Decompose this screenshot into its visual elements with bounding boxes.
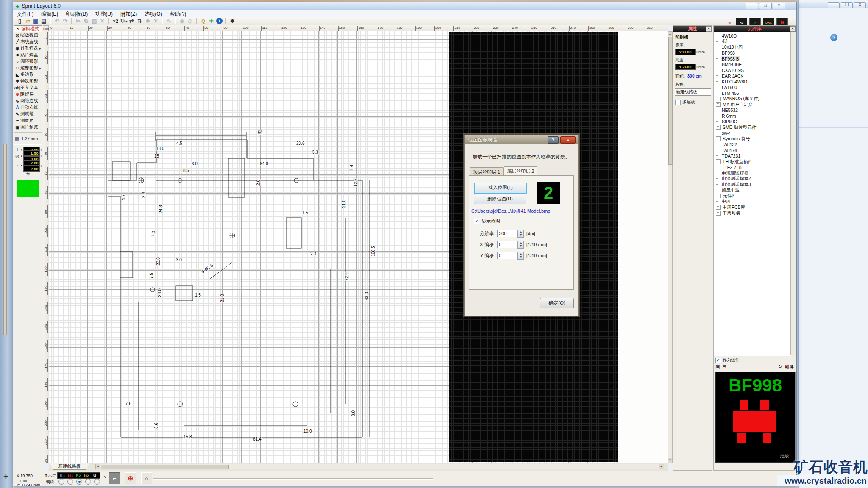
selftest-icon[interactable]: ✛	[207, 17, 215, 25]
as-component-checkbox[interactable]	[715, 358, 721, 363]
lock-icon[interactable]: ◈	[178, 17, 186, 25]
save-component-icon[interactable]: ▣	[715, 364, 720, 369]
test-connection-icon[interactable]: ∿	[165, 17, 173, 25]
tool-item[interactable]: ◉ 过孔焊盘	[13, 45, 43, 52]
footprint-icon[interactable]: ❖	[144, 17, 152, 25]
vertical-scrollbar[interactable]: ▲ ▼	[668, 31, 673, 463]
library-item[interactable]: NE5532	[714, 108, 791, 114]
load-bitmap-button[interactable]: 载入位图(L)	[474, 183, 527, 194]
duplicate-x2-icon[interactable]: ×2	[111, 17, 120, 25]
library-item[interactable]: 电流测试焊盘2	[714, 176, 791, 182]
titlebar[interactable]: ◆ Sprint-Layout 6.0 – ❐ ✕	[13, 2, 796, 10]
tool-item[interactable]: ○ 圆环弧形	[13, 58, 43, 65]
library-item[interactable]: R 6mm	[714, 113, 791, 119]
expand-plus-icon[interactable]	[716, 136, 721, 141]
board-width-field[interactable]: 200.00	[675, 49, 696, 55]
undo-icon[interactable]: ↶	[53, 17, 61, 25]
settings-gear-icon[interactable]: ✱	[228, 17, 236, 25]
tool-item[interactable]: ◣ 多边形	[13, 72, 43, 78]
library-item[interactable]: TH-标准直插件	[714, 159, 791, 165]
field-input[interactable]: 0	[497, 252, 517, 259]
paste-icon[interactable]: ▨	[90, 17, 98, 25]
cut-icon[interactable]: ✂	[74, 17, 82, 25]
expand-plus-icon[interactable]	[716, 97, 721, 101]
layer-edit-radio[interactable]	[76, 479, 82, 485]
library-item[interactable]: BF998 B	[714, 56, 791, 62]
chevron-down-icon[interactable]	[38, 66, 41, 71]
library-item[interactable]: BF998	[714, 50, 791, 56]
tool-item[interactable]: □ 矩形图形	[13, 65, 43, 72]
help-icon[interactable]: ?	[830, 34, 837, 41]
library-item[interactable]: LTM 455	[714, 90, 791, 96]
tool-item[interactable]: ■ 贴片焊盘	[13, 52, 43, 58]
expand-plus-icon[interactable]	[716, 159, 721, 164]
spinner[interactable]	[517, 241, 524, 249]
layer-help-mark[interactable]: ?	[104, 475, 106, 480]
bg-close-button[interactable]: ✕	[854, 2, 866, 8]
scrollbar-thumb[interactable]	[668, 37, 673, 165]
library-item[interactable]: TTF2-7 -8	[714, 165, 791, 171]
info-icon[interactable]: i	[216, 18, 223, 24]
board-name-input[interactable]: 新建线路板	[675, 88, 711, 96]
grid-setting[interactable]: ▦ 1.27 mm	[13, 135, 43, 142]
library-scrollbar[interactable]	[790, 32, 796, 355]
library-item[interactable]: Symbols-符号	[714, 136, 791, 142]
new-icon[interactable]: ▯	[16, 17, 24, 25]
spinner[interactable]	[517, 252, 524, 260]
tool-item[interactable]: ab| 英文文本	[13, 85, 43, 92]
layer-edit-radio[interactable]	[58, 479, 64, 485]
delete-icon[interactable]: ✕	[98, 17, 106, 25]
pad-outer-field[interactable]: 1.50	[23, 150, 40, 156]
dialog-close-button[interactable]: ✕	[560, 136, 576, 144]
field-input[interactable]: 300	[497, 230, 517, 237]
tool-item[interactable]: ◎ 缩放视图	[13, 32, 43, 39]
library-item[interactable]: MAKROS (库文件)	[714, 96, 791, 102]
close-button[interactable]: ✕	[773, 3, 785, 9]
smd-width-field[interactable]: 2.00	[23, 160, 40, 166]
library-item[interactable]: BM443BF	[714, 62, 791, 68]
rotate-component-icon[interactable]: ↻	[778, 364, 782, 369]
chevron-down-icon[interactable]: ▾	[21, 155, 22, 158]
open-icon[interactable]: ▱	[24, 17, 32, 25]
expand-plus-icon[interactable]	[716, 102, 721, 107]
library-item[interactable]: CXA1019S	[714, 67, 791, 73]
library-item[interactable]: TA8132	[714, 142, 791, 148]
tool-item[interactable]: A 自动布线	[13, 104, 43, 111]
delete-bitmap-button[interactable]: 删除位图(D)	[474, 194, 526, 204]
rotate-icon[interactable]: ↻	[120, 17, 128, 25]
tool-item[interactable]: ❖ 特殊图形	[13, 78, 43, 85]
field-input[interactable]: 0	[497, 241, 517, 248]
library-item[interactable]: 10x10中周	[714, 44, 791, 50]
tool-item[interactable]: ┅ 测量尺	[13, 117, 43, 124]
bg-restore-button[interactable]: ❐	[841, 2, 853, 8]
ok-button[interactable]: 确定(O)	[540, 298, 574, 308]
ratsnest-icon[interactable]: ✳	[152, 17, 160, 25]
tool-item[interactable]: ∿ 网络连线	[13, 98, 43, 105]
freehand-button[interactable]: ○	[141, 472, 152, 484]
flip-vertical-icon[interactable]: ⇅	[136, 17, 144, 25]
library-item[interactable]: TA8176	[714, 147, 791, 153]
minimize-button[interactable]: –	[746, 3, 758, 9]
print-icon[interactable]: ▤	[40, 17, 48, 25]
close-icon[interactable]: ✕	[790, 26, 796, 32]
layer-view-button[interactable]: ⌐	[109, 472, 120, 484]
tool-item[interactable]: ╱ 布线直线	[13, 39, 43, 45]
close-icon[interactable]: ✕	[706, 26, 712, 32]
tool-item[interactable]: ▣ 照片预览	[13, 124, 43, 131]
tool-item[interactable]: ✎ 测试笔	[13, 111, 43, 118]
library-item[interactable]: 中周PCB库	[714, 205, 791, 211]
layer-edit-radio[interactable]	[67, 479, 73, 485]
library-item[interactable]: 4W10D	[714, 33, 791, 39]
library-item[interactable]: 电流测试焊盘	[714, 170, 791, 176]
scroll-right-icon[interactable]: ►	[659, 464, 664, 469]
library-item[interactable]: 频显中波	[714, 188, 791, 194]
scroll-up-icon[interactable]: ▲	[668, 32, 672, 36]
tool-item[interactable]: ↖ 编辑模式	[14, 25, 42, 32]
multil​ayer-checkbox[interactable]	[675, 100, 681, 105]
library-item[interactable]: SMD-贴片型元件	[714, 125, 791, 130]
bg-minimize-button[interactable]: –	[828, 2, 840, 8]
expand-plus-icon[interactable]	[716, 211, 721, 216]
save-icon[interactable]: ▣	[32, 17, 40, 25]
show-bitmap-checkbox[interactable]	[474, 219, 479, 224]
dialog-help-button[interactable]: ?	[548, 136, 559, 144]
